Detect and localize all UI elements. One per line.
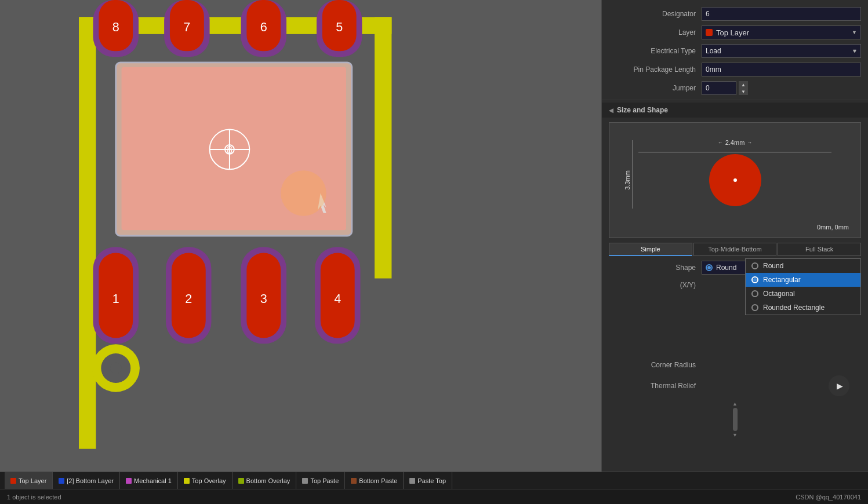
layer-select[interactable]: Top Layer ▼	[702, 25, 861, 39]
arrow-right: →	[747, 140, 752, 145]
shape-radio-dot	[706, 264, 713, 271]
play-icon: ▶	[837, 381, 843, 390]
jumper-input[interactable]	[702, 81, 736, 95]
mechanical-label: Mechanical 1	[134, 477, 172, 484]
svg-point-37	[110, 363, 122, 374]
layer-tab-paste-top[interactable]: Paste Top	[404, 472, 452, 489]
layer-color-dot	[706, 29, 713, 36]
designator-value-wrapper	[702, 7, 861, 21]
layer-dropdown-arrow: ▼	[852, 30, 857, 35]
jumper-label: Jumper	[609, 84, 702, 92]
rounded-rect-label: Rounded Rectangle	[763, 304, 825, 312]
paste-top-dot	[409, 478, 415, 484]
pin-package-row: Pin Package Length	[602, 60, 868, 79]
pin-package-label: Pin Package Length	[609, 65, 702, 74]
pin-package-value-wrapper	[702, 63, 861, 76]
layer-tab-top[interactable]: Top Layer	[5, 472, 53, 489]
electrical-type-label: Electrical Type	[609, 47, 702, 55]
bottom-overlay-label: Bottom Overlay	[246, 477, 290, 484]
shape-section: Shape Round ▼ (X/Y)	[602, 258, 868, 399]
jumper-stepper: ▲ ▼	[739, 81, 748, 95]
bottom-paste-dot	[351, 478, 357, 484]
layer-tab-top-paste[interactable]: Top Paste	[296, 472, 345, 489]
play-button[interactable]: ▶	[829, 375, 849, 396]
svg-text:8: 8	[112, 20, 119, 34]
layer-tab-mechanical[interactable]: Mechanical 1	[120, 472, 178, 489]
jumper-row: Jumper ▲ ▼	[602, 79, 868, 97]
tab-simple[interactable]: Simple	[609, 243, 692, 256]
tab-top-middle-bottom[interactable]: Top-Middle-Bottom	[693, 243, 777, 256]
shape-label: Shape	[609, 264, 702, 272]
electrical-type-wrapper: Load ▼	[702, 44, 861, 58]
top-layer-label: Top Layer	[19, 477, 46, 484]
octagonal-radio	[751, 290, 758, 297]
layer-value-wrapper[interactable]: Top Layer ▼	[702, 25, 861, 39]
svg-text:7: 7	[183, 20, 190, 34]
dim-vertical-label: 3.3mm	[624, 170, 631, 190]
pcb-canvas: 8 7 6 5 8 1	[0, 0, 601, 472]
bottom-layer-label: [2] Bottom Layer	[67, 477, 114, 484]
top-overlay-label: Top Overlay	[192, 477, 226, 484]
dropdown-item-rectangular[interactable]: Rectangular	[746, 273, 860, 287]
svg-point-38	[281, 170, 326, 216]
scroll-down-arrow[interactable]: ▼	[732, 432, 738, 438]
dim-horizontal-label: 2.4mm	[725, 139, 745, 146]
jumper-decrement-btn[interactable]: ▼	[739, 88, 748, 95]
layer-tab-bottom[interactable]: [2] Bottom Layer	[53, 472, 120, 489]
scroll-up-arrow[interactable]: ▲	[732, 401, 738, 407]
round-label: Round	[763, 262, 783, 270]
layer-row: Layer Top Layer ▼	[602, 23, 868, 42]
jumper-increment-btn[interactable]: ▲	[739, 81, 748, 88]
designator-input[interactable]	[702, 7, 861, 21]
rectangular-radio	[751, 276, 758, 283]
svg-text:1: 1	[112, 291, 119, 306]
pin-package-input[interactable]	[702, 63, 861, 76]
thermal-relief-label: Thermal Relief	[609, 382, 702, 390]
shape-preview: ← 2.4mm → 3.3mm 0mm, 0mm	[609, 122, 861, 238]
bottom-overlay-dot	[238, 478, 244, 484]
svg-text:3: 3	[260, 291, 267, 306]
svg-text:5: 5	[336, 20, 343, 34]
shape-circle-center	[733, 178, 737, 182]
thermal-relief-value: ▶	[702, 375, 861, 396]
svg-text:4: 4	[334, 291, 341, 306]
corner-radius-row: Corner Radius	[602, 357, 868, 373]
arrow-left: ←	[718, 140, 723, 145]
shape-select-inner: Round	[706, 264, 736, 272]
mechanical-dot	[126, 478, 132, 484]
electrical-type-select[interactable]: Load ▼	[702, 44, 861, 58]
top-overlay-dot	[184, 478, 190, 484]
shape-select-text: Round	[716, 264, 736, 272]
layer-tab-bottom-overlay[interactable]: Bottom Overlay	[233, 472, 297, 489]
layer-tab-top-overlay[interactable]: Top Overlay	[178, 472, 233, 489]
status-right: CSDN @qq_40170041	[796, 494, 861, 501]
pcb-canvas-area[interactable]: 8 7 6 5 8 1	[0, 0, 601, 472]
top-paste-label: Top Paste	[310, 477, 339, 484]
svg-text:6: 6	[260, 20, 267, 34]
rounded-rect-radio	[751, 304, 758, 311]
dim-v-line	[633, 140, 633, 209]
size-shape-title: Size and Shape	[617, 106, 668, 114]
separator-1	[602, 100, 868, 100]
bottom-layer-bar: Top Layer [2] Bottom Layer Mechanical 1 …	[0, 472, 868, 489]
dim-h-container: ← 2.4mm →	[718, 139, 753, 146]
svg-rect-2	[375, 17, 391, 278]
right-panel: Designator Layer Top Layer ▼ Electrical …	[601, 0, 868, 472]
tab-full-stack[interactable]: Full Stack	[778, 243, 861, 256]
top-paste-dot	[302, 478, 308, 484]
layer-tab-bottom-paste[interactable]: Bottom Paste	[345, 472, 404, 489]
scroll-area: ▲ ▼	[602, 399, 868, 440]
dropdown-item-rounded-rectangle[interactable]: Rounded Rectangle	[746, 301, 860, 315]
dim-h-line	[638, 152, 831, 152]
octagonal-label: Octagonal	[763, 290, 795, 298]
dropdown-item-round[interactable]: Round	[746, 259, 860, 273]
stack-tabs: Simple Top-Middle-Bottom Full Stack	[609, 243, 861, 256]
size-shape-section-header[interactable]: Size and Shape	[602, 103, 868, 118]
dropdown-item-octagonal[interactable]: Octagonal	[746, 287, 860, 301]
bottom-paste-label: Bottom Paste	[359, 477, 397, 484]
layer-label: Layer	[609, 28, 702, 36]
paste-top-label: Paste Top	[417, 477, 446, 484]
status-left: 1 object is selected	[7, 494, 61, 501]
svg-text:2: 2	[185, 291, 192, 306]
status-bar: 1 object is selected CSDN @qq_40170041	[0, 489, 868, 504]
